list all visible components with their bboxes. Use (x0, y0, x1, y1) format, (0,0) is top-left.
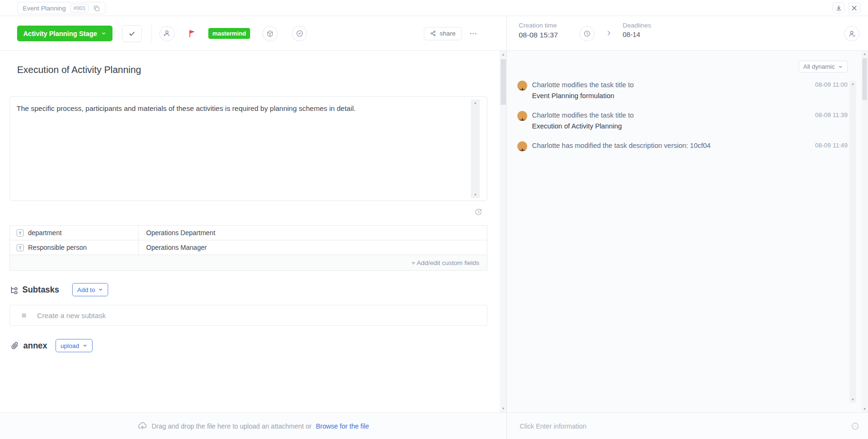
feed-detail-text: Execution of Activity Planning (532, 122, 810, 130)
subtasks-heading: Subtasks (22, 285, 59, 295)
cube-icon (266, 30, 274, 37)
comment-composer: Click Enter information (507, 412, 868, 439)
feed-detail-text: Event Planning formulation (532, 91, 810, 100)
chevron-down-icon (101, 31, 106, 36)
top-bar: Event Planning #001 (0, 0, 868, 16)
feed-item: Charlotte has modified the task descript… (517, 141, 848, 151)
feed-action-text: Charlotte modifies the task title to (532, 111, 810, 119)
avatar (517, 111, 527, 121)
deadline-label: Deadlines (623, 22, 651, 29)
panel-scrollbar[interactable]: ▲ ▼ (861, 51, 868, 412)
toolbar: Activity Planning Stage mastermind (0, 16, 868, 51)
activity-filter-dropdown[interactable]: All dynamic (799, 61, 848, 73)
time-tracking-icon[interactable] (579, 26, 595, 41)
fields-footer: + Add/edit custom fields (10, 255, 487, 270)
task-title[interactable]: Execution of Activity Planning (17, 64, 141, 75)
scroll-up-icon[interactable]: ▲ (502, 53, 505, 56)
assignee-add-icon[interactable] (159, 26, 175, 41)
tag-chip[interactable]: mastermind (208, 28, 251, 39)
field-label-cell[interactable]: T department (10, 226, 139, 240)
close-window-button[interactable] (848, 2, 860, 13)
feed-body: Charlotte has modified the task descript… (532, 141, 810, 150)
stage-dropdown-button[interactable]: Activity Planning Stage (17, 26, 112, 41)
feed-body: Charlotte modifies the task title to Eve… (532, 81, 810, 100)
chevron-down-icon (98, 287, 103, 292)
clock-icon (583, 30, 591, 37)
watcher-add-icon[interactable] (844, 26, 859, 41)
minimize-window-button[interactable] (832, 2, 845, 13)
filter-label: All dynamic (803, 63, 835, 70)
upload-button[interactable]: upload (56, 339, 93, 352)
field-value-cell[interactable]: Operations Department (139, 226, 487, 240)
chevron-down-icon (83, 343, 87, 348)
field-label: Responsible person (28, 244, 87, 251)
scrollbar-thumb[interactable] (862, 58, 867, 100)
creation-time-value: 08-08 15:37 (519, 31, 558, 39)
paperclip-icon (10, 341, 19, 350)
scroll-down-icon[interactable]: ▼ (502, 407, 505, 411)
scrollbar-thumb[interactable] (501, 59, 506, 105)
main-content: Execution of Activity Planning The speci… (0, 51, 507, 412)
circle-chevron-icon (296, 29, 304, 37)
deadline-block[interactable]: Deadlines 08-14 (623, 22, 651, 38)
field-label-cell[interactable]: T Responsible person (10, 240, 139, 255)
avatar (517, 141, 527, 151)
annex-heading: annex (23, 341, 47, 351)
feed-item: Charlotte modifies the task title to Eve… (517, 81, 848, 100)
deadline-value: 08-14 (623, 31, 651, 38)
version-select-icon[interactable] (292, 26, 307, 41)
share-icon (430, 30, 436, 37)
scroll-up-icon[interactable]: ▲ (851, 82, 855, 86)
stage-label: Activity Planning Stage (23, 30, 97, 37)
task-id-badge: #001 (70, 4, 89, 12)
scroll-down-icon[interactable]: ▼ (863, 407, 867, 411)
panel-divider (506, 16, 507, 439)
feed-body: Charlotte modifies the task title to Exe… (532, 111, 810, 130)
custom-fields-table: T department Operations Department T Res… (9, 225, 487, 271)
scroll-down-icon[interactable]: ▼ (851, 398, 855, 402)
browse-file-link[interactable]: Browse for the file (316, 422, 369, 430)
text-field-type-icon: T (17, 244, 24, 251)
upload-label: upload (61, 342, 79, 349)
subtasks-header: Subtasks Add to (9, 283, 108, 296)
share-label: share (439, 30, 456, 37)
share-button[interactable]: share (424, 27, 462, 40)
feed-item: Charlotte modifies the task title to Exe… (517, 111, 848, 130)
description-scrollbar[interactable]: ▲ ▼ (471, 100, 480, 198)
description-history-icon[interactable] (474, 208, 483, 216)
add-subtask-button[interactable]: Add to (72, 283, 109, 296)
module-link-icon[interactable] (262, 26, 278, 41)
scroll-up-icon[interactable]: ▲ (863, 52, 867, 56)
task-detail-window: Event Planning #001 Activity Planning St… (0, 0, 868, 439)
main-scrollbar[interactable]: ▲ ▼ (500, 51, 507, 412)
add-edit-custom-fields-link[interactable]: + Add/edit custom fields (411, 259, 479, 266)
person-check-icon (848, 30, 856, 38)
copy-link-icon[interactable] (93, 5, 100, 12)
new-subtask-input[interactable]: Create a new subtask (9, 305, 487, 326)
subtask-bullet-icon (22, 313, 26, 318)
scroll-down-icon[interactable]: ▼ (474, 193, 477, 197)
activity-feed: Charlotte modifies the task title to Eve… (517, 81, 848, 162)
creation-time-label: Creation time (519, 22, 558, 29)
toolbar-left: Activity Planning Stage mastermind (17, 16, 307, 51)
add-to-label: Add to (77, 286, 95, 293)
more-actions-button[interactable]: ··· (467, 27, 481, 40)
scroll-up-icon[interactable]: ▲ (474, 101, 477, 105)
project-name: Event Planning (23, 5, 66, 12)
description-editor[interactable]: The specific process, participants and m… (9, 96, 487, 201)
avatar (517, 81, 527, 91)
attachment-dropzone: Drag and drop the file here to upload an… (0, 412, 507, 439)
field-label: department (28, 229, 62, 237)
feed-action-text: Charlotte has modified the task descript… (532, 141, 810, 150)
comment-input[interactable]: Click Enter information (520, 422, 851, 430)
priority-flag-icon[interactable] (187, 29, 196, 38)
feed-scrollbar[interactable]: ▲ ▼ (849, 81, 856, 403)
complete-task-button[interactable] (122, 25, 142, 42)
chevron-right-icon[interactable] (606, 30, 612, 37)
cloud-upload-icon (138, 421, 147, 431)
table-row: T department Operations Department (10, 226, 487, 240)
subtasks-tree-icon (9, 285, 19, 294)
chevron-down-icon (838, 64, 843, 69)
emoji-icon[interactable] (851, 422, 859, 430)
field-value-cell[interactable]: Operations Manager (139, 240, 487, 255)
